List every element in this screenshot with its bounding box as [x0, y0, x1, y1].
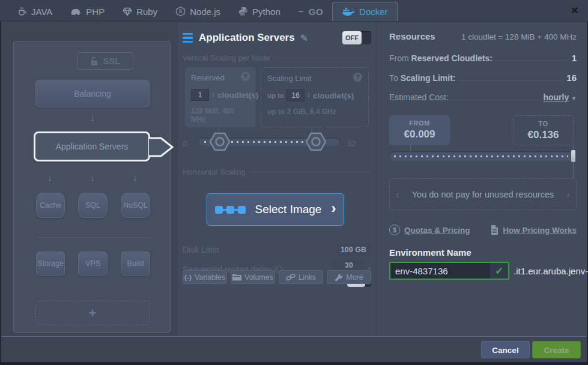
- cancel-button[interactable]: Cancel: [481, 341, 530, 358]
- environment-name-row: ✓ .it1.eur.aruba.jenv-...: [389, 262, 577, 280]
- node-nosql[interactable]: NoSQL: [121, 193, 150, 218]
- cloudlet-slider: 0 32: [183, 133, 371, 163]
- horizontal-scaling-section: Horizontal Scaling: [183, 167, 371, 176]
- environment-topology-wizard: JAVA PHP Ruby Node.js Python GO Docker ×: [0, 0, 588, 365]
- php-icon: [70, 7, 82, 16]
- resources-header: Resources 1 cloudlet = 128 MiB + 400 MHz: [389, 31, 577, 41]
- panel-title: Application Servers: [199, 32, 295, 44]
- close-icon[interactable]: ×: [568, 3, 582, 17]
- environment-name-label: Environment Name: [389, 247, 577, 258]
- chevron-down-icon[interactable]: ▼: [571, 95, 577, 101]
- nodejs-icon: [175, 6, 186, 17]
- topology-canvas: SSL Balancing ↓ Application Servers ↓ ↓ …: [13, 41, 171, 333]
- reserved-cloudlets-row: From Reserved Cloudlets: 1: [389, 53, 577, 63]
- environment-name-wrapper: ✓: [389, 262, 509, 280]
- tab-java[interactable]: JAVA: [8, 2, 61, 21]
- environment-name-input[interactable]: [390, 263, 490, 279]
- edit-pencil-icon[interactable]: ✎: [300, 32, 308, 44]
- variables-icon: {-}: [184, 274, 192, 281]
- button-label: Links: [299, 273, 316, 282]
- resources-title: Resources: [389, 31, 435, 41]
- wizard-body: SSL Balancing ↓ Application Servers ↓ ↓ …: [1, 22, 587, 336]
- wizard-footer: Cancel Create: [1, 336, 587, 362]
- select-image-button[interactable]: Select Image ›: [207, 193, 344, 226]
- tab-label: Python: [252, 7, 280, 17]
- select-image-label: Select Image: [255, 203, 322, 216]
- pricing-note-box: ‹ You do not pay for unused resources ›: [389, 178, 577, 210]
- links-chain-icon: [286, 273, 296, 281]
- tab-php[interactable]: PHP: [61, 2, 114, 21]
- node-vps[interactable]: VPS: [78, 252, 108, 276]
- dollar-icon: $: [389, 225, 400, 235]
- tab-docker[interactable]: Docker: [332, 2, 398, 21]
- create-button[interactable]: Create: [532, 341, 581, 358]
- tab-ruby[interactable]: Ruby: [114, 2, 166, 21]
- node-settings-panel: Application Servers ✎ OFF Vertical Scali…: [178, 22, 376, 336]
- help-icon[interactable]: ?: [353, 73, 362, 82]
- node-build[interactable]: Build: [121, 252, 150, 276]
- slider-handle-min[interactable]: [209, 132, 231, 151]
- tab-go[interactable]: GO: [289, 2, 332, 21]
- slider-track[interactable]: [198, 137, 340, 146]
- tab-nodejs[interactable]: Node.js: [166, 2, 229, 21]
- slider-handle-max[interactable]: [305, 132, 327, 151]
- row-prefix: To: [389, 73, 398, 83]
- disk-limit-label: Disk Limit: [183, 245, 219, 255]
- stepper-icon[interactable]: ▲▼: [307, 92, 311, 98]
- cloudlets-unit: cloudlet(s): [313, 91, 354, 100]
- button-label: Volumes: [244, 273, 273, 282]
- from-price: €0.009: [389, 128, 450, 140]
- how-pricing-works-link[interactable]: How Pricing Works: [503, 226, 577, 235]
- scaling-limit-box: Scaling Limit ? up to ▲▼ cloudlet(s) up …: [261, 67, 369, 127]
- row-label: Reserved Cloudlets:: [411, 53, 493, 63]
- document-icon: [491, 225, 499, 235]
- node-application-servers[interactable]: Application Servers: [34, 131, 150, 161]
- volumes-button[interactable]: Volumes: [231, 270, 275, 284]
- links-button[interactable]: Links: [279, 270, 323, 284]
- from-connector: [410, 145, 411, 151]
- python-icon: [238, 7, 248, 16]
- tab-label: PHP: [86, 7, 105, 17]
- reserved-cloudlets-box: Reserved ? ▲▼ cloudlet(s) 128 MiB, 400 M…: [185, 67, 256, 127]
- more-button[interactable]: More: [327, 270, 371, 284]
- java-icon: [17, 7, 27, 16]
- topology-divider: [35, 237, 150, 238]
- toggle-state-label: OFF: [342, 31, 362, 44]
- vertical-scaling-section: Vertical Scaling per Node: [183, 53, 371, 62]
- node-sql[interactable]: SQL: [78, 193, 108, 218]
- row-label: Scaling Limit:: [401, 73, 456, 83]
- scaling-limit-label: Scaling Limit: [267, 74, 312, 83]
- resources-panel: Resources 1 cloudlet = 128 MiB + 400 MHz…: [377, 22, 587, 336]
- cost-period-dropdown[interactable]: hourly: [543, 92, 569, 102]
- window-bottom-edge: [0, 362, 588, 365]
- limit-detail: 2 GiB, 6.4 GHz: [287, 107, 336, 116]
- environment-domain: .it1.eur.aruba.jenv-...: [514, 266, 588, 276]
- node-storage[interactable]: Storage: [36, 252, 65, 276]
- node-power-toggle[interactable]: OFF: [342, 31, 371, 44]
- stepper-icon[interactable]: ▲▼: [211, 92, 215, 98]
- help-icon[interactable]: ?: [241, 72, 250, 81]
- cost-from-box: FROM €0.009: [389, 115, 450, 145]
- cost-slider-track[interactable]: [389, 151, 577, 161]
- ssl-toggle[interactable]: SSL: [77, 52, 133, 70]
- from-label: FROM: [389, 119, 450, 127]
- chevron-left-icon[interactable]: ‹: [390, 188, 405, 201]
- pricing-links-row: $ Quotas & Pricing How Pricing Works: [389, 225, 577, 235]
- drag-handle-icon[interactable]: [183, 33, 193, 43]
- tab-python[interactable]: Python: [229, 2, 289, 21]
- cost-slider-handle[interactable]: [571, 150, 575, 162]
- reserved-cloudlets-input[interactable]: [191, 89, 209, 101]
- node-balancing[interactable]: Balancing: [35, 80, 150, 107]
- chevron-right-icon[interactable]: ›: [560, 188, 576, 201]
- scaling-limit-input[interactable]: [286, 89, 305, 101]
- add-node-button[interactable]: +: [35, 301, 150, 325]
- chevron-right-icon: ›: [331, 200, 336, 217]
- more-wrench-icon: [335, 273, 343, 282]
- variables-button[interactable]: {-} Variables: [183, 270, 227, 284]
- disk-limit-value[interactable]: 100 GB: [336, 244, 371, 256]
- pricing-note: You do not pay for unused resources: [405, 190, 560, 199]
- up-to-label: up to: [267, 92, 284, 99]
- quotas-pricing-link[interactable]: Quotas & Pricing: [404, 226, 470, 235]
- reserved-detail: 128 MiB, 400 MHz: [191, 107, 250, 124]
- node-cache[interactable]: Cache: [36, 193, 65, 218]
